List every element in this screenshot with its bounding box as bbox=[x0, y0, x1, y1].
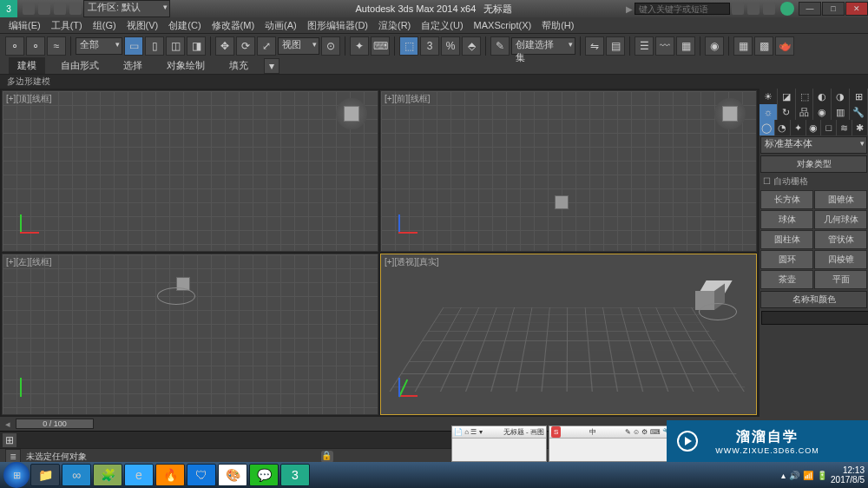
workspace-dropdown[interactable]: 工作区: 默认 bbox=[83, 0, 170, 17]
spinner-snap-icon[interactable]: ⬘ bbox=[462, 36, 481, 56]
taskbar-explorer-icon[interactable]: 📁 bbox=[30, 464, 60, 486]
viewport-label[interactable]: [+][前][线框] bbox=[385, 93, 431, 105]
maximize-button[interactable]: □ bbox=[822, 2, 845, 16]
render-setup-icon[interactable]: ▦ bbox=[733, 36, 753, 56]
select-object-icon[interactable]: ▭ bbox=[124, 36, 143, 56]
help-icon[interactable] bbox=[780, 2, 794, 16]
thumb-ime[interactable]: S中✎ ☺ ⚙ ⌨ 🔧 ▾ bbox=[549, 425, 679, 462]
menu-edit[interactable]: 编辑(E) bbox=[3, 19, 46, 32]
taskbar-3dsmax-icon[interactable]: 3 bbox=[280, 464, 310, 486]
rollout-name-color[interactable]: 名称和颜色 bbox=[760, 291, 867, 308]
space-cat-icon[interactable]: ≋ bbox=[837, 120, 852, 135]
start-button[interactable]: ⊞ bbox=[3, 462, 30, 488]
menu-modifiers[interactable]: 修改器(M) bbox=[207, 19, 260, 32]
angle-snap-icon[interactable]: 3 bbox=[420, 36, 439, 56]
menu-grapheditors[interactable]: 图形编辑器(D) bbox=[302, 19, 373, 32]
schematic-icon[interactable]: ▦ bbox=[676, 36, 695, 56]
btn-geosphere[interactable]: 几何球体 bbox=[814, 210, 867, 229]
pivot-icon[interactable]: ⊙ bbox=[321, 36, 340, 56]
viewport-front[interactable]: [+][前][线框] bbox=[380, 90, 757, 252]
taskbar-ie-icon[interactable]: e bbox=[124, 464, 154, 486]
taskbar-paint-icon[interactable]: 🎨 bbox=[218, 464, 247, 486]
geometry-type-dropdown[interactable]: 标准基本体 bbox=[760, 136, 867, 154]
help-search-input[interactable] bbox=[635, 3, 730, 15]
scale-icon[interactable]: ⤢ bbox=[257, 36, 276, 56]
object-name-input[interactable] bbox=[761, 311, 868, 325]
keyboard-icon[interactable]: ⌨ bbox=[371, 36, 390, 56]
rotate-icon[interactable]: ⟳ bbox=[236, 36, 255, 56]
signin-icon[interactable] bbox=[747, 3, 760, 15]
panel-misc-icon[interactable]: ◪ bbox=[778, 89, 796, 104]
menu-animation[interactable]: 动画(A) bbox=[260, 19, 302, 32]
lights-cat-icon[interactable]: ✦ bbox=[791, 120, 806, 135]
tab-objectpaint[interactable]: 对象绘制 bbox=[158, 57, 214, 74]
thumb-paint[interactable]: 📄 ⌂ ☰ ▾无标题 - 画图 bbox=[451, 425, 547, 462]
mirror-icon[interactable]: ⇋ bbox=[585, 36, 604, 56]
move-icon[interactable]: ✥ bbox=[215, 36, 234, 56]
named-selection-dropdown[interactable]: 创建选择集 bbox=[511, 37, 575, 55]
tab-populate[interactable]: 填充 bbox=[220, 57, 257, 74]
ribbon-toggle-icon[interactable]: ▾ bbox=[264, 58, 279, 74]
menu-create[interactable]: 创建(C) bbox=[163, 19, 206, 32]
btn-box[interactable]: 长方体 bbox=[760, 190, 813, 209]
btn-cone[interactable]: 圆锥体 bbox=[814, 190, 867, 209]
menu-tools[interactable]: 工具(T) bbox=[46, 19, 88, 32]
viewport-left[interactable]: [+][左][线框] bbox=[2, 254, 378, 415]
btn-sphere[interactable]: 球体 bbox=[760, 210, 813, 229]
shapes-cat-icon[interactable]: ◔ bbox=[775, 120, 791, 135]
viewcube-icon[interactable] bbox=[714, 98, 746, 129]
rollout-object-type[interactable]: 对象类型 bbox=[760, 155, 867, 173]
viewcube-icon[interactable] bbox=[336, 98, 367, 129]
tab-selection[interactable]: 选择 bbox=[115, 57, 151, 74]
btn-cylinder[interactable]: 圆柱体 bbox=[760, 230, 813, 249]
menu-rendering[interactable]: 渲染(R) bbox=[373, 19, 416, 32]
menu-customize[interactable]: 自定义(U) bbox=[416, 19, 468, 32]
material-editor-icon[interactable]: ◉ bbox=[705, 36, 724, 56]
editnamedsel-icon[interactable]: ✎ bbox=[490, 36, 510, 56]
unlink-icon[interactable]: ⚬ bbox=[26, 36, 45, 56]
window-crossing-icon[interactable]: ◨ bbox=[187, 36, 206, 56]
btn-plane[interactable]: 平面 bbox=[814, 270, 867, 289]
selection-lock-icon[interactable]: 🔒 bbox=[321, 451, 333, 463]
curve-editor-icon[interactable]: 〰 bbox=[655, 36, 674, 56]
close-button[interactable]: ✕ bbox=[845, 2, 868, 16]
taskbar-app-icon[interactable]: 🔥 bbox=[155, 464, 185, 486]
utilities-tab-icon[interactable]: 🔧 bbox=[850, 104, 868, 120]
panel-misc-icon[interactable]: ⬚ bbox=[796, 89, 814, 104]
btn-tube[interactable]: 管状体 bbox=[814, 230, 867, 249]
motion-tab-icon[interactable]: ◉ bbox=[813, 104, 832, 120]
system-tray[interactable]: ▴🔊📶🔋 12:13 2017/8/5 bbox=[781, 465, 865, 485]
viewport-label[interactable]: [+][左][线框] bbox=[6, 256, 52, 268]
select-region-icon[interactable]: ◫ bbox=[166, 36, 185, 56]
systems-cat-icon[interactable]: ✱ bbox=[852, 120, 868, 135]
percent-snap-icon[interactable]: % bbox=[441, 36, 460, 56]
manipulate-icon[interactable]: ✦ bbox=[350, 36, 369, 56]
btn-pyramid[interactable]: 四棱锥 bbox=[814, 250, 867, 269]
menu-maxscript[interactable]: MAXScript(X) bbox=[469, 20, 537, 30]
taskbar-app-icon[interactable]: 🧩 bbox=[93, 464, 122, 486]
panel-misc-icon[interactable]: ◑ bbox=[832, 89, 850, 104]
layers-icon[interactable]: ☰ bbox=[635, 36, 654, 56]
time-slider-handle[interactable]: 0 / 100 bbox=[16, 419, 94, 429]
viewport-top[interactable]: [+][顶][线框] bbox=[2, 90, 378, 252]
qat-undo-icon[interactable] bbox=[54, 3, 66, 15]
minimize-button[interactable]: — bbox=[799, 2, 821, 16]
panel-misc-icon[interactable]: ☀ bbox=[760, 89, 778, 104]
menu-views[interactable]: 视图(V) bbox=[122, 19, 164, 32]
cameras-cat-icon[interactable]: ◉ bbox=[806, 120, 822, 135]
infocenter-icon[interactable] bbox=[732, 3, 744, 15]
select-name-icon[interactable]: ▯ bbox=[145, 36, 164, 56]
btn-teapot[interactable]: 茶壶 bbox=[760, 270, 813, 289]
modify-tab-icon[interactable]: ↻ bbox=[778, 104, 796, 120]
display-tab-icon[interactable]: ▥ bbox=[832, 104, 850, 120]
selectlink-icon[interactable]: ⚬ bbox=[5, 36, 24, 56]
bind-icon[interactable]: ≈ bbox=[47, 36, 66, 56]
favorites-icon[interactable] bbox=[763, 3, 775, 15]
viewport-label[interactable]: [+][透视][真实] bbox=[385, 256, 439, 268]
panel-misc-icon[interactable]: ⊞ bbox=[850, 89, 868, 104]
viewport-label[interactable]: [+][顶][线框] bbox=[6, 93, 52, 105]
menu-group[interactable]: 组(G) bbox=[88, 19, 122, 32]
hierarchy-tab-icon[interactable]: 品 bbox=[796, 104, 814, 120]
create-tab-icon[interactable]: ☼ bbox=[760, 104, 778, 120]
align-icon[interactable]: ▤ bbox=[606, 36, 625, 56]
